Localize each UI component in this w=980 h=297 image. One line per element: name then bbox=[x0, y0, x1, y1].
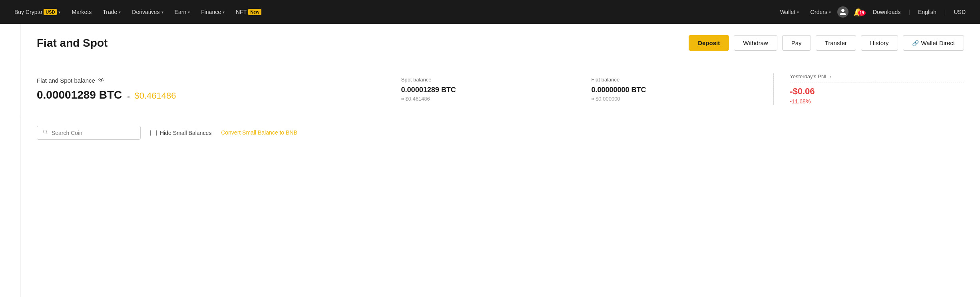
nav-earn-chevron: ▾ bbox=[188, 10, 190, 14]
spot-usd: ≈ $0.461486 bbox=[401, 96, 576, 102]
nav-trade-label: Trade bbox=[103, 9, 117, 15]
nav-finance-label: Finance bbox=[201, 9, 221, 15]
page-header: Fiat and Spot Deposit Withdraw Pay Trans… bbox=[21, 24, 980, 59]
hide-small-balances-text: Hide Small Balances bbox=[160, 130, 211, 136]
pay-button[interactable]: Pay bbox=[782, 35, 811, 51]
nav-nft-label: NFT bbox=[236, 9, 247, 15]
pnl-label-text: Yesterday's PNL bbox=[790, 73, 828, 79]
balance-btc: 0.00001289 BTC bbox=[37, 89, 122, 101]
nav-buy-crypto-chevron: ▾ bbox=[58, 10, 60, 14]
hide-small-balances-checkbox[interactable] bbox=[150, 130, 157, 136]
nav-derivatives-label: Derivatives bbox=[132, 9, 159, 15]
fiat-balance-col: Fiat balance 0.00000000 BTC ≈ $0.000000 bbox=[575, 77, 765, 102]
notification-bell-wrapper[interactable]: 🔔 19 bbox=[850, 7, 866, 17]
page-title: Fiat and Spot bbox=[37, 37, 108, 50]
action-buttons: Deposit Withdraw Pay Transfer History 🔗 … bbox=[689, 35, 964, 51]
notification-count: 19 bbox=[858, 10, 866, 16]
fiat-label: Fiat balance bbox=[591, 77, 765, 83]
sidebar bbox=[0, 24, 21, 297]
nav-markets[interactable]: Markets bbox=[67, 0, 96, 24]
nav-language[interactable]: English bbox=[913, 0, 941, 24]
fiat-btc: 0.00000000 BTC bbox=[591, 86, 765, 94]
balance-section: Fiat and Spot balance 👁 0.00001289 BTC ≈… bbox=[21, 59, 980, 116]
search-wrapper bbox=[37, 126, 141, 140]
spot-btc: 0.00001289 BTC bbox=[401, 86, 576, 94]
pnl-col: Yesterday's PNL › -$0.06 -11.68% bbox=[773, 73, 964, 105]
nav-wallet-label: Wallet bbox=[780, 9, 795, 15]
deposit-button[interactable]: Deposit bbox=[689, 35, 729, 51]
balance-left: Fiat and Spot balance 👁 0.00001289 BTC ≈… bbox=[37, 77, 385, 101]
balance-label-text: Fiat and Spot balance bbox=[37, 77, 95, 84]
transfer-button[interactable]: Transfer bbox=[816, 35, 856, 51]
nav-orders-label: Orders bbox=[810, 9, 827, 15]
nav-orders-chevron: ▾ bbox=[829, 10, 831, 14]
hide-small-balances-label[interactable]: Hide Small Balances bbox=[150, 130, 211, 136]
nav-left: Buy Crypto USD ▾ Markets Trade ▾ Derivat… bbox=[10, 0, 775, 24]
filter-section: Hide Small Balances Convert Small Balanc… bbox=[21, 116, 980, 140]
nav-earn[interactable]: Earn ▾ bbox=[170, 0, 195, 24]
withdraw-button[interactable]: Withdraw bbox=[734, 35, 777, 51]
nav-language-label: English bbox=[918, 9, 936, 15]
balance-usd: $0.461486 bbox=[134, 91, 176, 101]
nav-finance-chevron: ▾ bbox=[223, 10, 225, 14]
nav-earn-label: Earn bbox=[175, 9, 187, 15]
fiat-usd: ≈ $0.000000 bbox=[591, 96, 765, 102]
nav-new-badge: New bbox=[248, 9, 261, 15]
nav-divider-1: | bbox=[907, 9, 912, 15]
nav-buy-crypto-label: Buy Crypto bbox=[14, 9, 42, 15]
nav-nft[interactable]: NFT New bbox=[231, 0, 266, 24]
spot-label: Spot balance bbox=[401, 77, 576, 83]
wallet-direct-label: Wallet Direct bbox=[921, 40, 955, 46]
nav-currency[interactable]: USD bbox=[949, 0, 970, 24]
nav-usd-badge: USD bbox=[44, 9, 57, 15]
pnl-value: -$0.06 bbox=[790, 86, 964, 97]
nav-divider-2: | bbox=[943, 9, 948, 15]
nav-wallet-chevron: ▾ bbox=[797, 10, 799, 14]
nav-trade[interactable]: Trade ▾ bbox=[98, 0, 125, 24]
nav-derivatives[interactable]: Derivatives ▾ bbox=[127, 0, 168, 24]
spot-balance-col: Spot balance 0.00001289 BTC ≈ $0.461486 bbox=[385, 77, 576, 102]
history-button[interactable]: History bbox=[861, 35, 898, 51]
nav-derivatives-chevron: ▾ bbox=[161, 10, 163, 14]
search-icon bbox=[43, 129, 48, 136]
pnl-label: Yesterday's PNL › bbox=[790, 73, 964, 83]
search-input[interactable] bbox=[52, 130, 135, 136]
nav-markets-label: Markets bbox=[72, 9, 92, 15]
nav-finance[interactable]: Finance ▾ bbox=[196, 0, 229, 24]
nav-currency-label: USD bbox=[954, 9, 966, 15]
nav-trade-chevron: ▾ bbox=[119, 10, 121, 14]
balance-approx-symbol: ≈ bbox=[127, 94, 129, 100]
convert-link[interactable]: Convert Small Balance to BNB bbox=[221, 129, 297, 136]
link-icon: 🔗 bbox=[912, 40, 919, 46]
nav-orders[interactable]: Orders ▾ bbox=[805, 0, 836, 24]
nav-downloads-label: Downloads bbox=[873, 9, 900, 15]
wallet-direct-button[interactable]: 🔗 Wallet Direct bbox=[903, 35, 964, 51]
balance-main: 0.00001289 BTC ≈ $0.461486 bbox=[37, 89, 385, 101]
nav-right: Wallet ▾ Orders ▾ 🔔 19 Downloads | Engli… bbox=[775, 0, 970, 24]
pnl-percent: -11.68% bbox=[790, 98, 964, 105]
eye-icon[interactable]: 👁 bbox=[98, 77, 105, 84]
nav-downloads[interactable]: Downloads bbox=[868, 0, 905, 24]
pnl-chevron-icon[interactable]: › bbox=[829, 74, 831, 79]
avatar[interactable] bbox=[837, 6, 849, 18]
balance-label: Fiat and Spot balance 👁 bbox=[37, 77, 385, 84]
page-wrapper: Fiat and Spot Deposit Withdraw Pay Trans… bbox=[0, 24, 980, 297]
navbar: Buy Crypto USD ▾ Markets Trade ▾ Derivat… bbox=[0, 0, 980, 24]
nav-wallet[interactable]: Wallet ▾ bbox=[775, 0, 804, 24]
nav-buy-crypto[interactable]: Buy Crypto USD ▾ bbox=[10, 0, 65, 24]
main-content: Fiat and Spot Deposit Withdraw Pay Trans… bbox=[21, 24, 980, 297]
